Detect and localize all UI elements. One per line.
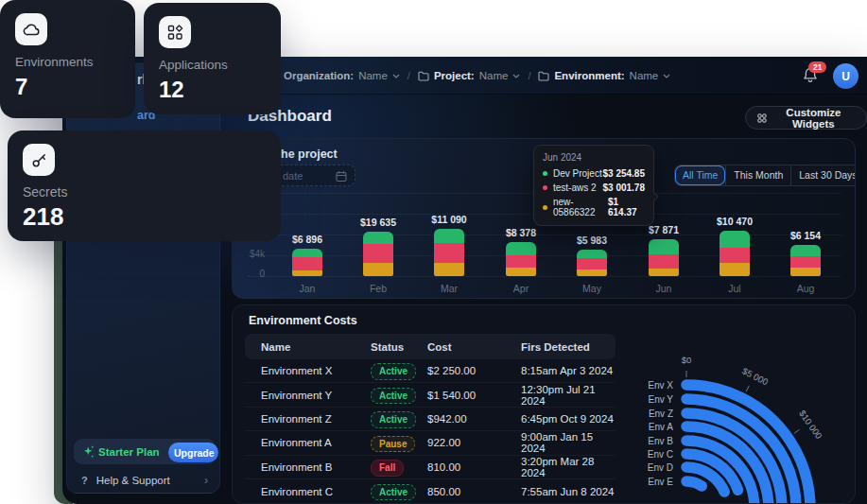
tooltip-series-value: $3 254.85 <box>603 168 646 179</box>
cell-status: Pause <box>371 434 427 453</box>
series-dot-icon <box>543 185 547 190</box>
filter-all-time[interactable]: All Time <box>675 165 725 185</box>
x-axis-label: Feb <box>342 283 414 294</box>
seg-yellow <box>649 269 679 276</box>
seg-yellow <box>577 269 607 276</box>
table-header: Name Status Cost Firs Detected <box>245 334 616 359</box>
screenshot-canvas: rl ard Starter Plan Upgrade ? Help & Sup… <box>0 0 867 504</box>
series-dot-icon <box>543 205 547 210</box>
bar[interactable] <box>649 239 679 276</box>
cell-first-detected: 7:55am Jun 8 2024 <box>521 486 616 497</box>
stat-card-applications: Applications 12 <box>144 3 281 114</box>
chevron-right-icon: › <box>204 474 208 487</box>
bar[interactable] <box>790 245 821 276</box>
cell-first-detected: 9:00am Jan 15 2024 <box>521 431 616 454</box>
bar[interactable] <box>292 249 322 276</box>
avatar[interactable]: U <box>833 63 858 89</box>
seg-green <box>649 239 679 254</box>
cell-first-detected: 8:15am Apr 3 2024 <box>521 365 616 376</box>
cell-name: Environment Z <box>261 413 371 425</box>
folder-icon <box>418 71 429 81</box>
seg-pink <box>506 255 536 268</box>
seg-yellow <box>292 270 322 276</box>
bar-value-label: $19 635 <box>342 217 414 228</box>
table-row[interactable]: Environment ZActive$942.006:45pm Oct 9 2… <box>245 408 616 431</box>
chevron-down-icon <box>663 74 670 78</box>
table-row[interactable]: Environment APause922.009:00am Jan 15 20… <box>245 431 616 455</box>
bar-value-label: $11 090 <box>413 214 485 225</box>
stat-label: Environments <box>15 55 94 69</box>
seg-green <box>577 250 607 258</box>
filter-last-30-days[interactable]: Last 30 Days <box>790 165 856 185</box>
seg-pink <box>292 257 322 270</box>
status-badge: Pause <box>371 436 415 453</box>
cell-first-detected: 12:30pm Jul 21 2024 <box>521 384 616 407</box>
radial-axis-label: $10 000 <box>797 408 824 441</box>
table-row[interactable]: Environment YActive$1 540.0012:30pm Jul … <box>245 383 616 407</box>
chevron-down-icon <box>512 74 520 78</box>
status-badge: Active <box>371 363 416 380</box>
stat-value: 7 <box>15 74 27 100</box>
gridline <box>248 276 841 277</box>
upgrade-button[interactable]: Upgrade <box>168 443 218 462</box>
sidebar-item-help-support[interactable]: ? Help & Support › <box>74 470 216 491</box>
bar-value-label: $6 154 <box>770 230 841 241</box>
tooltip-row: Dev Project $3 254.85 <box>543 168 645 179</box>
bar-value-label: $6 896 <box>271 234 343 245</box>
filter-this-month[interactable]: This Month <box>725 165 790 185</box>
seg-pink <box>434 243 464 263</box>
radial-chart[interactable]: Env XEnv YEnv ZEnv AEnv BEnv CEnv DEnv E… <box>639 337 855 504</box>
x-axis-label: Mar <box>413 283 485 294</box>
bar[interactable] <box>506 242 536 276</box>
radial-bar[interactable] <box>686 481 702 486</box>
x-axis-label: Apr <box>485 283 557 294</box>
notification-badge: 21 <box>808 61 826 73</box>
seg-pink <box>790 256 821 268</box>
stat-label: Applications <box>159 58 228 72</box>
stat-value: 218 <box>23 202 63 232</box>
x-axis-label: Jun <box>628 283 700 294</box>
sidebar: rl ard Starter Plan Upgrade ? Help & Sup… <box>66 62 220 494</box>
col-header-name: Name <box>261 341 371 353</box>
stat-label: Secrets <box>23 184 67 200</box>
radial-category-label: Env X <box>648 380 673 391</box>
y-axis-label: 0 <box>233 269 265 279</box>
breadcrumb-organization[interactable]: Organization: Name <box>284 70 400 81</box>
bar[interactable] <box>363 232 393 276</box>
cell-cost: $942.00 <box>427 413 521 425</box>
cell-name: Environment C <box>261 486 371 497</box>
seg-yellow <box>506 268 536 276</box>
cell-cost: $1 540.00 <box>427 390 521 401</box>
icon-tile <box>23 144 55 176</box>
radial-axis-label: $5 000 <box>740 365 770 387</box>
breadcrumb-project[interactable]: Project: Name <box>418 70 521 81</box>
table-row[interactable]: Environment CActive850.007:55am Jun 8 20… <box>245 479 616 503</box>
customize-widgets-button[interactable]: Customize Widgets <box>745 106 867 130</box>
radial-axis-tick <box>794 429 800 433</box>
cell-first-detected: 3:20pm Mar 28 2024 <box>521 456 616 478</box>
table-row[interactable]: Environment BFall810.003:20pm Mar 28 202… <box>245 456 616 479</box>
seg-pink <box>363 244 393 263</box>
plan-banner: Starter Plan Upgrade <box>74 439 216 464</box>
cell-name: Environment Y <box>261 390 371 401</box>
costs-table: Name Status Cost Firs Detected Environme… <box>245 334 616 503</box>
sparkles-icon <box>82 444 96 463</box>
cell-status: Active <box>371 482 427 501</box>
apps-icon <box>167 25 183 41</box>
bar[interactable] <box>577 250 607 276</box>
bar[interactable] <box>720 231 750 276</box>
seg-pink <box>720 248 750 263</box>
table-row[interactable]: Environment XActive$2 250.008:15am Apr 3… <box>245 359 616 383</box>
seg-yellow <box>363 263 393 276</box>
breadcrumb-environment[interactable]: Environment: Name <box>538 70 670 81</box>
radial-category-label: Env D <box>648 462 673 473</box>
cell-name: Environment X <box>261 365 371 376</box>
key-icon <box>31 152 47 168</box>
tooltip-series-value: $1 614.37 <box>608 197 645 217</box>
radial-axis-label: $0 <box>682 355 692 365</box>
bar[interactable] <box>434 229 464 276</box>
calendar-icon <box>336 170 347 182</box>
cell-status: Active <box>371 386 427 405</box>
status-badge: Active <box>371 484 416 501</box>
y-axis-label: $4k <box>233 249 265 259</box>
